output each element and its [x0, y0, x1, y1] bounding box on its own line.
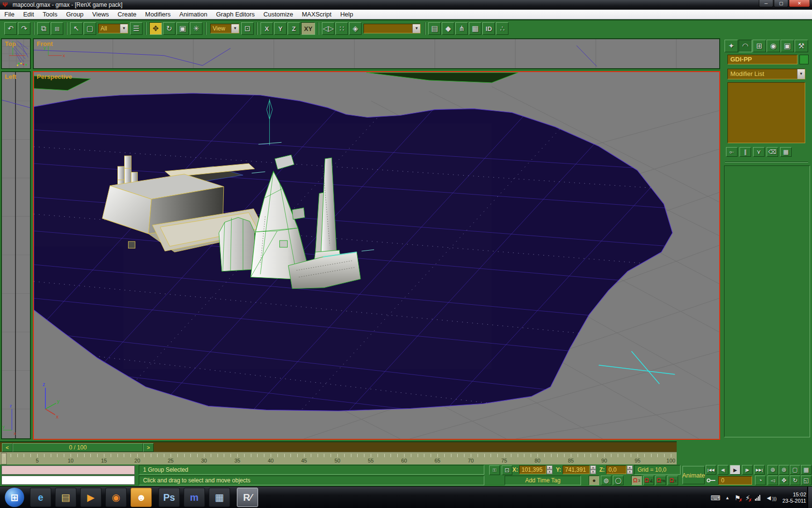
time-configuration-button[interactable]: ◔ [755, 476, 766, 485]
viewport-front[interactable]: y x Front [33, 38, 720, 69]
previous-frame-arrow[interactable]: < [2, 443, 13, 452]
viewport-top[interactable]: Top [1, 38, 31, 69]
play-animation-button[interactable]: ▶ [730, 465, 740, 475]
taskbar-mirc[interactable]: m [184, 488, 205, 507]
use-pivot-point-center-button[interactable]: ⊡ [241, 22, 254, 35]
add-time-tag[interactable]: Add Time Tag [505, 476, 581, 485]
y-coordinate-field[interactable]: 741,391 [563, 465, 590, 474]
y-spinner[interactable]: ▲▼ [590, 465, 596, 474]
restrict-to-xy-plane-button[interactable]: XY [301, 22, 315, 35]
select-and-manipulate-button[interactable]: ✳ [190, 22, 203, 35]
restrict-to-y-button[interactable]: Y [274, 22, 287, 35]
power-icon[interactable]: ⚡✗ [745, 494, 750, 502]
tab-hierarchy[interactable]: ⊞ [753, 40, 766, 52]
show-hidden-icons[interactable]: ▲ [725, 495, 729, 500]
min-max-toggle-button[interactable]: ◱ [801, 476, 812, 485]
rectangular-selection-region-button[interactable]: ▢ [84, 22, 96, 35]
chevron-down-icon[interactable]: ▼ [120, 24, 128, 33]
align-button[interactable]: ∷ [335, 22, 348, 35]
named-selection-sets-button[interactable]: ◈ [349, 22, 362, 35]
taskbar-windows-explorer[interactable]: ▤ [55, 488, 76, 507]
tab-motion[interactable]: ◉ [767, 40, 780, 52]
chevron-down-icon[interactable]: ▼ [797, 69, 805, 79]
chevron-down-icon[interactable]: ▼ [231, 24, 239, 33]
taskbar-msn-messenger[interactable]: ☻ [130, 488, 152, 507]
maxscript-listener-bottom[interactable] [1, 476, 135, 485]
next-frame-button[interactable]: |▶ [742, 465, 753, 475]
viewport-left[interactable]: z y x Left [1, 71, 31, 439]
viewport-perspective[interactable]: z y x Perspective [33, 71, 720, 440]
select-and-link-button[interactable]: ⧉ [37, 22, 50, 35]
pan-button[interactable]: ✥ [779, 476, 789, 485]
menu-help[interactable]: Help [336, 10, 358, 19]
pin-stack-button[interactable]: ⟜ [726, 147, 738, 157]
go-to-start-button[interactable]: |◀◀ [706, 465, 716, 475]
material-id-button[interactable]: ID [482, 22, 495, 35]
hill-mesh-top[interactable] [366, 73, 518, 83]
selection-filter[interactable]: All▼ [98, 24, 128, 33]
menu-group[interactable]: Group [62, 10, 88, 19]
modifier-list-dropdown[interactable]: Modifier List ▼ [727, 69, 805, 79]
menu-views[interactable]: Views [88, 10, 113, 19]
tab-modify[interactable]: ◠ [739, 40, 752, 52]
absolute-offset-toggle[interactable]: ⊡ [502, 465, 512, 475]
material-editor-button[interactable]: ∴ [496, 22, 508, 35]
smooth-highlights-toggle[interactable]: ● [589, 476, 599, 485]
arc-rotate-button[interactable]: ↻ [790, 476, 800, 485]
taskbar-internet-explorer[interactable]: e [30, 488, 51, 507]
zoom-all-button[interactable]: ⊛ [779, 465, 789, 475]
zoom-extents-button[interactable]: ▢ [790, 465, 800, 475]
select-and-move-button[interactable]: ✥ [149, 22, 162, 35]
uvw-checker-button[interactable]: ▦ [469, 22, 481, 35]
show-desktop-button[interactable] [807, 487, 812, 508]
taskbar-start[interactable]: ⊞ [5, 488, 24, 507]
configure-modifier-sets-button[interactable]: ▦ [780, 147, 792, 157]
named-selection-dropdown[interactable]: ▼ [363, 24, 420, 33]
taskbar-firefox[interactable]: ◉ [105, 488, 127, 507]
taskbar-photoshop[interactable]: Ps [159, 488, 180, 507]
object-color-swatch[interactable] [799, 55, 809, 64]
tray-clock[interactable]: 15:02 23-5-2011 [783, 492, 806, 504]
set-key-icon[interactable] [707, 477, 715, 484]
tab-display[interactable]: ▣ [781, 40, 794, 52]
wireframe-toggle-toggle[interactable]: ◯ [613, 476, 624, 485]
terrain-mesh[interactable] [34, 93, 672, 411]
taskbar-renx[interactable]: R⁄ [237, 488, 258, 507]
snaps-toggle-3d-button[interactable]: Ω3 [631, 476, 642, 485]
x-coordinate-field[interactable]: 101,395 [519, 465, 546, 474]
previous-frame-button[interactable]: ◀| [718, 465, 728, 475]
menu-customize[interactable]: Customize [259, 10, 297, 19]
field-of-view-button[interactable]: ◅ [768, 476, 778, 485]
schematic-view-button[interactable]: ◆ [442, 22, 454, 35]
time-slider-track[interactable]: < 0 / 100 > [0, 441, 677, 452]
z-spinner[interactable]: ▲▼ [627, 465, 633, 474]
keyboard-layout-icon[interactable]: ⌨ [710, 494, 720, 502]
menu-maxscript[interactable]: MAXScript [298, 10, 336, 19]
track-bar[interactable]: 5101520253035404550556065707580859095100 [0, 452, 677, 464]
angle-snap-button[interactable]: Ω∠ [643, 476, 654, 485]
spinner-snap-button[interactable]: Ω↕ [667, 476, 678, 485]
next-frame-arrow[interactable]: > [143, 443, 154, 452]
facets-toggle[interactable]: ◍ [601, 476, 611, 485]
action-center-icon[interactable]: ⚑✗ [734, 494, 740, 502]
maxscript-listener-top[interactable] [1, 465, 135, 475]
character-tools-button[interactable]: ⋔ [455, 22, 468, 35]
menu-edit[interactable]: Edit [19, 10, 38, 19]
menu-create[interactable]: Create [113, 10, 141, 19]
track-view-button[interactable]: ▤ [428, 22, 441, 35]
volume-icon[interactable]: ◄))) [766, 494, 777, 502]
percent-snap-button[interactable]: Ω% [655, 476, 666, 485]
make-unique-button[interactable]: ⋎ [753, 147, 765, 157]
undo-button[interactable]: ↶ [4, 22, 17, 35]
close-button[interactable]: ✕ [789, 0, 810, 7]
redo-button[interactable]: ↷ [18, 22, 30, 35]
title-bar[interactable]: Ψ mapcool.gmax - gmax - [RenX game pack]… [0, 0, 812, 10]
current-frame-field[interactable]: 0 [718, 476, 752, 485]
menu-file[interactable]: File [0, 10, 19, 19]
mirror-button[interactable]: ◁▷ [322, 22, 334, 35]
zoom-button[interactable]: ⊕ [768, 465, 778, 475]
object-name-field[interactable]: GDI-PP [727, 55, 798, 64]
reference-coordinate-system[interactable]: View▼ [210, 24, 239, 33]
menu-animation[interactable]: Animation [175, 10, 212, 19]
z-coordinate-field[interactable]: 0,0 [606, 465, 626, 474]
